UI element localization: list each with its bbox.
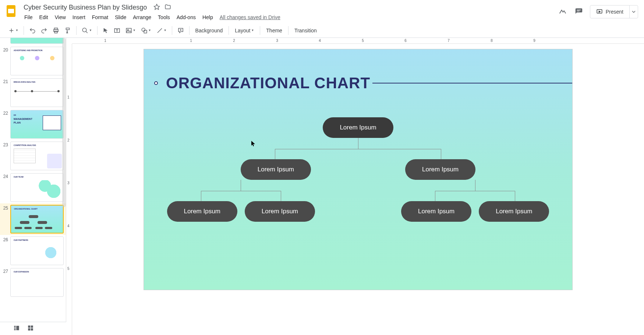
image-tool[interactable]: ▼ bbox=[123, 25, 138, 36]
thumb-title: OUR EXPANSION bbox=[14, 271, 29, 273]
present-play-icon bbox=[596, 8, 603, 15]
chevron-down-icon: ▼ bbox=[89, 29, 92, 32]
redo-button[interactable] bbox=[39, 25, 50, 36]
bottom-bar bbox=[0, 322, 66, 335]
line-tool[interactable]: ▼ bbox=[154, 25, 169, 36]
svg-rect-21 bbox=[28, 328, 30, 331]
connector-line bbox=[435, 191, 515, 191]
grid-view-icon[interactable] bbox=[27, 325, 34, 332]
slide-thumbnail[interactable]: 20 ADVERTISING AND PROMOTION bbox=[0, 45, 66, 77]
org-node-l2a[interactable]: Lorem Ipsum bbox=[241, 159, 311, 180]
slide-thumbnail[interactable]: 24 OUR TEAM bbox=[0, 172, 66, 203]
move-to-folder-icon[interactable] bbox=[164, 4, 171, 11]
undo-button[interactable] bbox=[27, 25, 38, 36]
menu-format[interactable]: Format bbox=[89, 13, 111, 22]
menu-help[interactable]: Help bbox=[199, 13, 216, 22]
present-label: Present bbox=[606, 9, 623, 15]
slide-thumbnail[interactable]: 26 OUR PARTNERS bbox=[0, 235, 66, 267]
filmstrip-view-icon[interactable] bbox=[13, 325, 20, 332]
slide-thumbnail[interactable]: 21 BREAK-EVEN ANALYSIS bbox=[0, 77, 66, 108]
present-button[interactable]: Present bbox=[590, 5, 638, 18]
title-bullet-icon bbox=[154, 81, 158, 85]
menu-insert[interactable]: Insert bbox=[70, 13, 88, 22]
ruler-tick: 6 bbox=[404, 39, 407, 43]
thumb-title: COMPETITION ANALYSIS bbox=[14, 144, 36, 146]
transition-button[interactable]: Transition bbox=[291, 25, 320, 36]
thumb-title: OUR TEAM bbox=[14, 176, 24, 178]
connector-line bbox=[358, 138, 358, 149]
ruler-tick: 5 bbox=[362, 39, 364, 43]
slide-thumbnail[interactable]: 23 COMPETITION ANALYSIS bbox=[0, 140, 66, 172]
menu-file[interactable]: File bbox=[21, 13, 36, 22]
slide-number: 22 bbox=[2, 110, 10, 139]
paint-format-button[interactable] bbox=[62, 25, 73, 36]
textbox-tool[interactable] bbox=[112, 25, 123, 36]
thumb-label: MANAGEMENT bbox=[14, 118, 32, 120]
present-dropdown-arrow[interactable] bbox=[629, 6, 638, 18]
slide-thumbnail[interactable]: 25 ORGANIZATIONAL CHART bbox=[0, 203, 66, 235]
background-button[interactable]: Background bbox=[192, 25, 226, 36]
slide-canvas[interactable]: ORGANIZATIONAL CHART Lorem Ipsum Lorem I… bbox=[144, 49, 573, 290]
slides-logo-icon[interactable] bbox=[4, 4, 18, 18]
ruler-tick: 8 bbox=[491, 39, 493, 43]
org-node-l3a[interactable]: Lorem Ipsum bbox=[167, 201, 237, 222]
slide-thumbnail[interactable] bbox=[0, 38, 66, 45]
add-comment-button[interactable] bbox=[175, 25, 186, 36]
thumb-title: ADVERTISING AND PROMOTION bbox=[14, 49, 42, 51]
slide-number: 23 bbox=[2, 142, 10, 170]
thumb-title: OUR PARTNERS bbox=[14, 239, 28, 241]
ruler-tick: 3 bbox=[276, 39, 278, 43]
slide-thumbnail[interactable]: 27 OUR EXPANSION bbox=[0, 267, 66, 298]
menu-slide[interactable]: Slide bbox=[112, 13, 129, 22]
menu-addons[interactable]: Add-ons bbox=[174, 13, 199, 22]
chevron-down-icon: ▼ bbox=[133, 29, 136, 32]
shape-tool[interactable]: ▼ bbox=[139, 25, 153, 36]
svg-rect-14 bbox=[144, 30, 147, 33]
slide-title[interactable]: ORGANIZATIONAL CHART bbox=[166, 74, 370, 92]
save-status[interactable]: All changes saved in Drive bbox=[220, 14, 280, 20]
slide-number: 27 bbox=[2, 268, 10, 297]
svg-marker-2 bbox=[154, 4, 160, 10]
comments-icon[interactable] bbox=[574, 7, 584, 17]
document-title[interactable]: Cyber Security Business Plan by Slidesgo bbox=[21, 3, 149, 12]
thumb-label: 04 bbox=[14, 114, 16, 116]
layout-button[interactable]: Layout▼ bbox=[232, 25, 257, 36]
ruler-tick: 5 bbox=[67, 267, 70, 271]
scrollbar[interactable] bbox=[62, 38, 66, 207]
slide-thumbnail[interactable]: 22 04 MANAGEMENT PLAN bbox=[0, 108, 66, 140]
svg-rect-15 bbox=[14, 326, 16, 327]
horizontal-ruler[interactable]: 1 1 2 3 4 5 6 7 8 9 bbox=[72, 38, 644, 44]
ruler-tick: 3 bbox=[67, 181, 70, 185]
svg-rect-22 bbox=[31, 328, 33, 331]
print-button[interactable] bbox=[50, 25, 61, 36]
select-tool[interactable] bbox=[100, 25, 111, 36]
menu-tools[interactable]: Tools bbox=[155, 13, 173, 22]
menu-edit[interactable]: Edit bbox=[36, 13, 51, 22]
header-main: Cyber Security Business Plan by Slidesgo… bbox=[21, 3, 558, 22]
title-line bbox=[372, 83, 572, 83]
svg-rect-3 bbox=[577, 10, 581, 10]
zoom-button[interactable]: ▼ bbox=[79, 25, 94, 36]
chevron-down-icon: ▼ bbox=[251, 29, 254, 32]
canvas-area: 1 1 2 3 4 5 6 7 8 9 1 2 3 4 5 ORGANIZATI… bbox=[66, 38, 644, 335]
activity-icon[interactable] bbox=[558, 7, 568, 17]
menu-arrange[interactable]: Arrange bbox=[130, 13, 154, 22]
menu-view[interactable]: View bbox=[52, 13, 69, 22]
org-node-top[interactable]: Lorem Ipsum bbox=[323, 117, 393, 138]
chevron-down-icon bbox=[632, 10, 636, 14]
star-icon[interactable] bbox=[153, 4, 160, 11]
slide-title-row: ORGANIZATIONAL CHART bbox=[144, 74, 572, 92]
ruler-tick: 1 bbox=[104, 39, 106, 43]
slide-panel[interactable]: 20 ADVERTISING AND PROMOTION 21 BREAK-EV… bbox=[0, 38, 66, 335]
org-chart: Lorem Ipsum Lorem Ipsum Lorem Ipsum bbox=[144, 117, 572, 222]
org-node-l3c[interactable]: Lorem Ipsum bbox=[401, 201, 471, 222]
org-node-l3d[interactable]: Lorem Ipsum bbox=[479, 201, 549, 222]
new-slide-button[interactable]: ▼ bbox=[6, 25, 21, 36]
ruler-tick: 2 bbox=[67, 138, 70, 142]
theme-button[interactable]: Theme bbox=[263, 25, 285, 36]
org-node-l2b[interactable]: Lorem Ipsum bbox=[405, 159, 475, 180]
vertical-ruler[interactable]: 1 2 3 4 5 bbox=[66, 44, 72, 335]
connector-line bbox=[475, 180, 475, 191]
chevron-down-icon: ▼ bbox=[164, 29, 167, 32]
org-node-l3b[interactable]: Lorem Ipsum bbox=[245, 201, 315, 222]
